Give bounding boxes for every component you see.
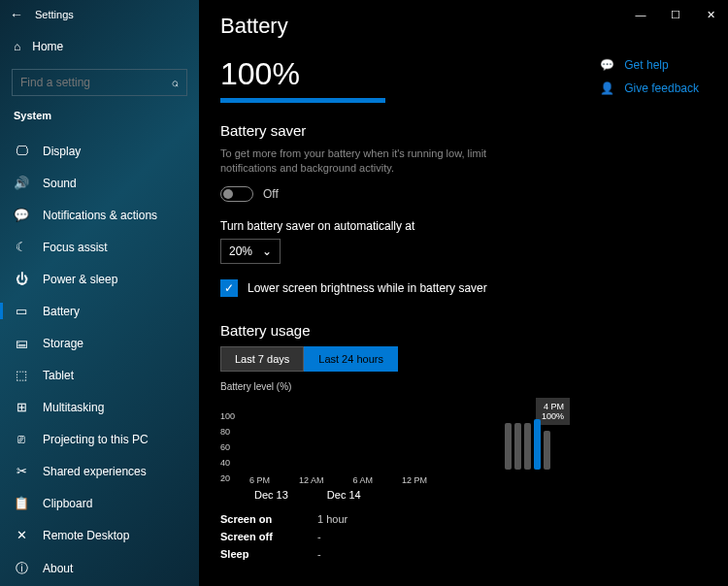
nav-icon: ☾ <box>14 240 29 254</box>
feedback-icon: 👤 <box>600 81 614 95</box>
section-label: System <box>0 104 199 127</box>
nav-icon: ⊞ <box>14 400 29 414</box>
help-icon: 💬 <box>600 58 614 72</box>
close-button[interactable]: ✕ <box>693 0 728 29</box>
sidebar-item-multitasking[interactable]: ⊞Multitasking <box>0 391 199 423</box>
sidebar-item-tablet[interactable]: ⬚Tablet <box>0 359 199 391</box>
nav-icon: 📋 <box>14 496 29 510</box>
stat-screen-on-label: Screen on <box>220 513 317 525</box>
sidebar-item-display[interactable]: 🖵Display <box>0 135 199 167</box>
sidebar-item-projecting-to-this-pc[interactable]: ⎚Projecting to this PC <box>0 423 199 455</box>
chart-y-label: Battery level (%) <box>220 381 707 392</box>
battery-saver-heading: Battery saver <box>220 122 707 139</box>
lower-brightness-checkbox[interactable]: ✓ <box>220 279 238 297</box>
nav-icon: ✕ <box>14 528 29 542</box>
sidebar-item-sound[interactable]: 🔊Sound <box>0 167 199 199</box>
sidebar-item-shared-experiences[interactable]: ✂Shared experiences <box>0 455 199 487</box>
lower-brightness-label: Lower screen brightness while in battery… <box>248 281 487 295</box>
sidebar-item-notifications-actions[interactable]: 💬Notifications & actions <box>0 199 199 231</box>
search-input[interactable] <box>20 76 172 89</box>
sidebar-item-about[interactable]: ⓘAbout <box>0 551 199 586</box>
nav-icon: ▭ <box>14 304 29 318</box>
nav-icon: ⬚ <box>14 368 29 382</box>
stat-sleep-label: Sleep <box>220 548 317 560</box>
sidebar-item-battery[interactable]: ▭Battery <box>0 295 199 327</box>
get-help-link[interactable]: 💬Get help <box>600 58 699 72</box>
nav-icon: ⎚ <box>14 432 29 446</box>
tab-last-7-days[interactable]: Last 7 days <box>220 346 304 372</box>
auto-threshold-select[interactable]: 20% ⌄ <box>220 239 281 264</box>
battery-saver-toggle[interactable] <box>220 186 253 202</box>
sidebar-item-storage[interactable]: 🖴Storage <box>0 327 199 359</box>
nav-icon: ⏻ <box>14 272 29 286</box>
nav-icon: 🔊 <box>14 176 29 190</box>
stat-screen-off-label: Screen off <box>220 531 317 542</box>
battery-saver-desc: To get more from your battery when it's … <box>220 146 521 177</box>
window-title: Settings <box>35 9 74 20</box>
nav-icon: ⓘ <box>14 560 29 577</box>
nav-icon: 🖵 <box>14 144 29 158</box>
chevron-down-icon: ⌄ <box>262 244 272 258</box>
battery-usage-heading: Battery usage <box>220 322 707 339</box>
home-icon: ⌂ <box>14 40 20 53</box>
auto-threshold-label: Turn battery saver on automatically at <box>220 219 707 233</box>
sidebar-item-remote-desktop[interactable]: ✕Remote Desktop <box>0 519 199 551</box>
battery-usage-chart: 10080604020 4 PM 100% 6 PM12 AM6 AM12 PM… <box>220 398 570 505</box>
sidebar-item-clipboard[interactable]: 📋Clipboard <box>0 487 199 519</box>
sidebar-item-focus-assist[interactable]: ☾Focus assist <box>0 231 199 263</box>
nav-icon: 🖴 <box>14 336 29 350</box>
back-button[interactable]: ← <box>10 7 23 22</box>
search-box[interactable]: ⌕ <box>12 69 187 96</box>
toggle-state-label: Off <box>263 187 279 201</box>
battery-bar <box>220 98 385 103</box>
minimize-button[interactable]: ― <box>623 0 658 29</box>
nav-icon: 💬 <box>14 208 29 222</box>
sidebar-item-power-sleep[interactable]: ⏻Power & sleep <box>0 263 199 295</box>
give-feedback-link[interactable]: 👤Give feedback <box>600 81 699 95</box>
home-label: Home <box>32 40 63 53</box>
maximize-button[interactable]: ☐ <box>658 0 693 29</box>
chart-bars <box>505 419 550 470</box>
tab-last-24-hours[interactable]: Last 24 hours <box>304 346 398 372</box>
search-icon: ⌕ <box>172 76 179 89</box>
sidebar-home[interactable]: ⌂ Home <box>0 32 199 61</box>
nav-icon: ✂ <box>14 464 29 478</box>
